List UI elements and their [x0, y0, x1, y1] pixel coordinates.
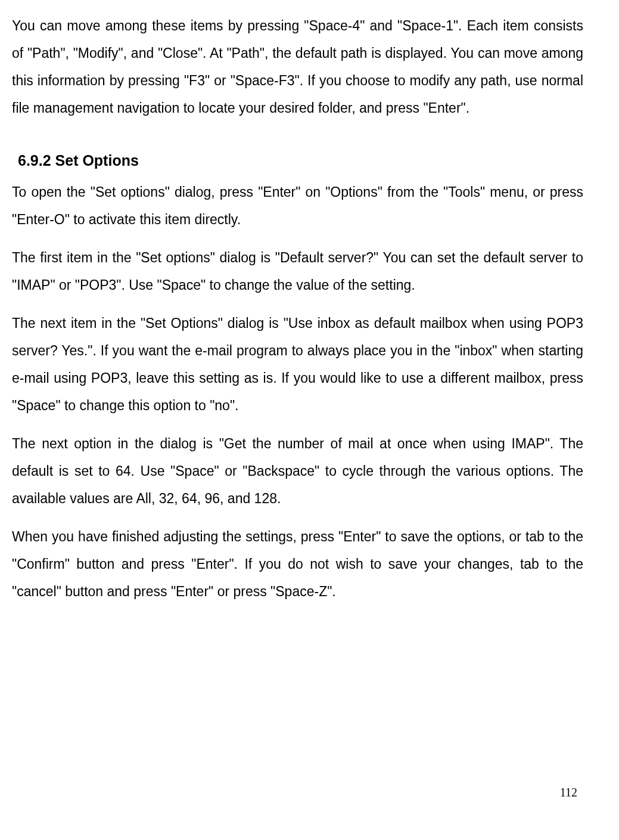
- body-paragraph: To open the "Set options" dialog, press …: [12, 178, 583, 233]
- section-heading: 6.9.2 Set Options: [18, 145, 583, 175]
- body-paragraph: The next option in the dialog is "Get th…: [12, 430, 583, 512]
- page-number: 112: [560, 780, 577, 804]
- body-paragraph: The next item in the "Set Options" dialo…: [12, 309, 583, 419]
- body-paragraph: The first item in the "Set options" dial…: [12, 244, 583, 299]
- body-paragraph: You can move among these items by pressi…: [12, 12, 583, 122]
- body-paragraph: When you have finished adjusting the set…: [12, 523, 583, 605]
